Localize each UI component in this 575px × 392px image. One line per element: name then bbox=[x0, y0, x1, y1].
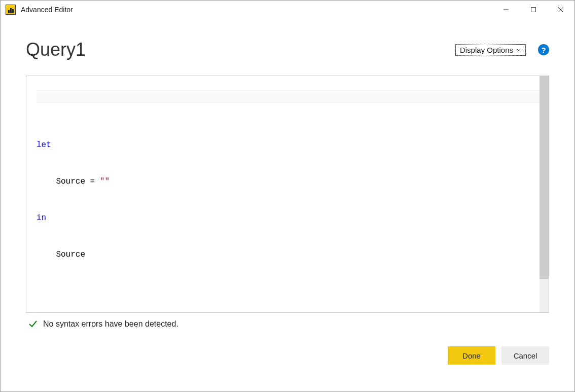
help-icon[interactable]: ? bbox=[538, 44, 549, 55]
app-icon bbox=[6, 5, 16, 15]
cancel-button[interactable]: Cancel bbox=[501, 346, 549, 365]
display-options-label: Display Options bbox=[460, 46, 513, 54]
editor-content[interactable]: let Source = "" in Source bbox=[37, 76, 540, 312]
checkmark-icon bbox=[28, 319, 38, 329]
code-editor[interactable]: let Source = "" in Source bbox=[26, 76, 549, 313]
title-bar: Advanced Editor bbox=[1, 1, 574, 19]
minimize-button[interactable] bbox=[492, 1, 520, 19]
close-button[interactable] bbox=[547, 1, 574, 19]
vertical-scrollbar[interactable] bbox=[540, 76, 549, 312]
code-keyword: in bbox=[37, 212, 46, 224]
chevron-down-icon bbox=[516, 48, 521, 51]
query-title: Query1 bbox=[26, 39, 86, 60]
current-line-highlight bbox=[37, 90, 540, 102]
maximize-button[interactable] bbox=[520, 1, 547, 19]
display-options-dropdown[interactable]: Display Options bbox=[455, 44, 526, 56]
svg-rect-1 bbox=[531, 8, 536, 12]
button-row: Done Cancel bbox=[26, 346, 549, 365]
code-text: Source = bbox=[56, 175, 99, 188]
window-title: Advanced Editor bbox=[21, 6, 73, 14]
status-message: No syntax errors have been detected. bbox=[43, 319, 178, 329]
code-string: "" bbox=[100, 175, 110, 188]
code-text: Source bbox=[56, 248, 85, 261]
done-button[interactable]: Done bbox=[448, 346, 495, 365]
editor-gutter bbox=[26, 76, 37, 312]
code-keyword: let bbox=[37, 139, 51, 151]
window-controls bbox=[492, 1, 574, 19]
scrollbar-thumb[interactable] bbox=[540, 76, 549, 279]
status-row: No syntax errors have been detected. bbox=[26, 313, 549, 329]
header-row: Query1 Display Options ? bbox=[26, 39, 549, 60]
